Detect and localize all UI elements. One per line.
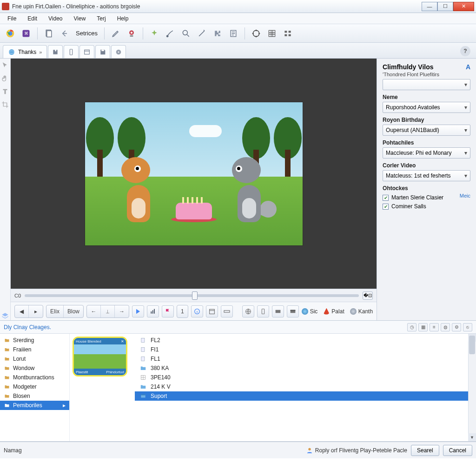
step-up-button[interactable]: ⟂ [101, 305, 115, 317]
layers-icon[interactable] [1, 312, 9, 320]
file-row[interactable]: Suport [135, 391, 476, 401]
search-button[interactable]: Searel [411, 445, 439, 456]
menu-file[interactable]: File [3, 14, 21, 23]
sparkle-icon[interactable] [148, 27, 161, 40]
note-icon[interactable] [227, 27, 240, 40]
menu-video[interactable]: Video [44, 14, 67, 23]
wand-icon[interactable] [195, 27, 208, 40]
puzzle-icon[interactable] [211, 27, 224, 40]
file-row[interactable]: 214 K V [135, 382, 476, 391]
frame-counter[interactable]: 1 [177, 305, 188, 317]
slider-thumb[interactable] [192, 291, 198, 300]
menu-terj[interactable]: Terj [92, 14, 110, 23]
pencil-icon[interactable] [109, 27, 122, 40]
panel-search-select[interactable] [383, 79, 470, 90]
link-kanth[interactable]: Kanth [350, 308, 373, 315]
link-sic[interactable]: Sic [302, 308, 318, 315]
minimize-button[interactable]: — [422, 2, 437, 11]
calendar-icon[interactable] [206, 305, 218, 317]
browser-crumb[interactable]: Dly Clnay Cleages. [4, 324, 51, 331]
tab-thanks[interactable]: Thanks » [3, 45, 47, 58]
hand-icon[interactable] [1, 74, 9, 83]
cancel-button[interactable]: Cancel [443, 445, 472, 456]
menu-view[interactable]: View [69, 14, 91, 23]
crop-icon[interactable] [1, 100, 9, 109]
folder-row[interactable]: Lorut [0, 354, 69, 364]
marker-icon[interactable] [132, 305, 144, 317]
card-icon[interactable] [272, 305, 284, 317]
folder-row[interactable]: Srerding [0, 336, 69, 345]
grid-icon[interactable] [265, 27, 278, 40]
info-icon[interactable] [191, 305, 203, 317]
selected-thumbnail[interactable]: House Blended✕ PlaestitPhindortod [73, 337, 127, 377]
timeline-slider[interactable] [25, 294, 359, 297]
blow-button[interactable]: Blow [64, 305, 83, 317]
flag-icon[interactable] [162, 305, 174, 317]
folder-row[interactable]: Pemiboriles▸ [0, 401, 69, 410]
slider-end-icon[interactable]: �⊡ [363, 291, 373, 300]
menu-edit[interactable]: Edit [23, 14, 42, 23]
play-button[interactable]: ▸ [29, 305, 43, 317]
ruler-icon[interactable] [221, 305, 233, 317]
target-icon[interactable] [250, 27, 263, 40]
chrome-icon[interactable] [4, 27, 17, 40]
folder-row[interactable]: Modgeter [0, 382, 69, 391]
link-palat[interactable]: Palat [323, 308, 344, 315]
zoom-icon[interactable] [179, 27, 192, 40]
preview-canvas[interactable] [11, 59, 377, 289]
step-fwd-button[interactable]: → [115, 305, 129, 317]
card2-icon[interactable] [287, 305, 299, 317]
oht-more-link[interactable]: Meic [460, 193, 470, 198]
pol-select[interactable]: Maccleuse: Phi ed Monary [383, 147, 470, 159]
tab-window[interactable] [79, 45, 94, 58]
folder-row[interactable]: Fraiiien [0, 345, 69, 354]
tab-extension[interactable] [48, 45, 63, 58]
globe2-icon[interactable] [242, 305, 254, 317]
browser-scrollbar[interactable]: ▲ ▼ [468, 334, 476, 441]
file-row[interactable]: 3PE140 [135, 373, 476, 382]
hdr-list-icon[interactable]: ≡ [430, 323, 439, 331]
check-cominer[interactable]: ✔Cominer Salls [383, 203, 470, 210]
royon-select[interactable]: Oupersut (AN1Baudl) [383, 125, 470, 136]
maximize-button[interactable]: ☐ [437, 2, 453, 11]
hdr-gear-icon[interactable]: ⚙ [452, 323, 461, 331]
text-icon[interactable] [1, 87, 9, 96]
tab-disc[interactable] [111, 45, 126, 58]
close-button[interactable]: ✕ [453, 2, 474, 11]
purple-app-icon[interactable]: ⌘ [20, 27, 33, 40]
hdr-grid-icon[interactable]: ▦ [418, 323, 428, 331]
hdr-globe-icon[interactable]: ◍ [441, 323, 450, 331]
check-marten[interactable]: ✔Marten Slerie Clasier [383, 194, 460, 201]
webcam-icon[interactable] [125, 27, 138, 40]
brush-icon[interactable] [164, 27, 177, 40]
prev-button[interactable]: ◀ [15, 305, 29, 317]
chart-icon[interactable] [147, 305, 159, 317]
elix-button[interactable]: EIix [46, 305, 64, 317]
hdr-pin-icon[interactable]: ⎋ [463, 323, 472, 331]
help-icon[interactable]: ? [460, 46, 470, 56]
menu-help[interactable]: Help [112, 14, 133, 23]
thumbnails-icon[interactable] [281, 27, 294, 40]
settings-label[interactable]: Setrices [74, 30, 99, 37]
tab-close-icon[interactable]: » [39, 49, 42, 55]
scroll-thumb[interactable] [469, 336, 475, 354]
folder-row[interactable]: Blosen [0, 391, 69, 401]
file-row[interactable]: FI1 [135, 345, 476, 354]
pointer-icon[interactable] [1, 61, 9, 70]
file-row[interactable]: FL2 [135, 336, 476, 345]
back-arrow-icon[interactable] [58, 27, 71, 40]
corler-select[interactable]: Matcleuss: 1st ed fesherts [383, 170, 470, 181]
font-a-icon[interactable]: A [466, 63, 470, 71]
name-select[interactable]: Ruporshood Avatoiles [383, 102, 470, 113]
hdr-clock-icon[interactable]: ◷ [407, 323, 416, 331]
folder-row[interactable]: Wondow [0, 364, 69, 373]
step-back-button[interactable]: ← [87, 305, 101, 317]
device-icon[interactable] [257, 305, 269, 317]
file-row[interactable]: FL1 [135, 354, 476, 364]
document-icon[interactable] [42, 27, 55, 40]
tab-save[interactable] [95, 45, 110, 58]
folder-row[interactable]: Montbunractions [0, 373, 69, 382]
scroll-down-icon[interactable]: ▼ [468, 433, 476, 441]
tab-phone[interactable] [64, 45, 79, 58]
file-row[interactable]: 380 KA [135, 364, 476, 373]
